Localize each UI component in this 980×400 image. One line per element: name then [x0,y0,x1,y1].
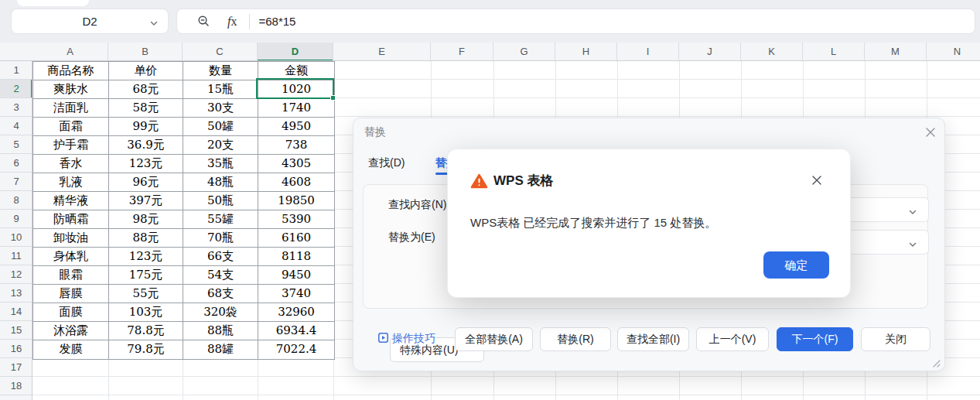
column-header-H[interactable]: H [555,43,617,61]
table-cell[interactable]: 58元 [109,99,183,118]
chevron-down-icon[interactable] [908,238,917,252]
chevron-down-icon[interactable] [908,206,917,220]
column-header-B[interactable]: B [108,43,183,61]
column-header-A[interactable]: A [32,43,108,61]
column-header-I[interactable]: I [617,43,679,61]
ok-button[interactable]: 确定 [763,251,829,279]
next-button[interactable]: 下一个(F) [777,327,853,351]
table-cell[interactable]: 32960 [258,303,334,322]
column-header-G[interactable]: G [493,43,555,61]
table-cell[interactable]: 卸妆油 [33,229,109,248]
formula-bar[interactable]: fx =68*15 [176,9,975,34]
table-cell[interactable]: 30支 [183,99,258,118]
table-cell[interactable]: 738 [258,136,334,155]
table-cell[interactable]: 68支 [183,285,258,303]
table-cell[interactable]: 96元 [109,173,183,192]
table-cell[interactable]: 88瓶 [183,322,258,340]
table-cell[interactable]: 68元 [109,80,183,99]
search-icon[interactable] [197,15,210,28]
table-cell[interactable]: 唇膜 [33,285,109,303]
table-cell[interactable]: 发膜 [33,340,109,359]
table-cell[interactable]: 48瓶 [183,173,258,192]
table-cell[interactable]: 50罐 [183,118,258,136]
table-cell[interactable]: 9450 [258,266,334,285]
column-header-J[interactable]: J [679,43,741,61]
table-cell[interactable]: 沐浴露 [33,322,109,340]
table-cell[interactable]: 66支 [183,248,258,266]
table-cell[interactable]: 6160 [258,229,334,248]
table-cell[interactable]: 123元 [109,155,183,173]
table-cell[interactable]: 55元 [109,285,183,303]
row-header-15[interactable]: 15 [0,321,32,340]
table-cell[interactable]: 15瓶 [183,80,258,99]
table-cell[interactable]: 身体乳 [33,248,109,266]
row-header-10[interactable]: 10 [0,228,32,247]
column-header-M[interactable]: M [865,43,927,61]
row-header-3[interactable]: 3 [0,98,32,117]
row-header-16[interactable]: 16 [0,340,32,358]
table-cell[interactable]: 123元 [109,248,183,266]
replace-button[interactable]: 替换(R) [540,327,611,351]
table-cell[interactable]: 50瓶 [183,192,258,210]
table-cell[interactable]: 54支 [183,266,258,285]
table-cell[interactable]: 103元 [109,303,183,322]
column-header-E[interactable]: E [333,43,431,61]
table-cell[interactable]: 商品名称 [33,62,109,80]
table-cell[interactable]: 面膜 [33,303,109,322]
table-cell[interactable]: 79.8元 [109,340,183,359]
row-header-5[interactable]: 5 [0,135,32,154]
table-cell[interactable]: 70瓶 [183,229,258,248]
row-header-17[interactable]: 17 [0,358,32,377]
table-cell[interactable]: 洁面乳 [33,99,109,118]
table-cell[interactable]: 乳液 [33,173,109,192]
table-cell[interactable]: 7022.4 [258,340,334,359]
column-header-F[interactable]: F [431,43,493,61]
find-all-button[interactable]: 查找全部(I) [617,327,689,351]
column-header-L[interactable]: L [803,43,865,61]
table-cell[interactable]: 单价 [109,62,183,80]
table-cell[interactable]: 面霜 [33,118,109,136]
table-cell[interactable]: 99元 [109,118,183,136]
name-box[interactable]: D2 [11,9,169,34]
table-cell[interactable]: 78.8元 [109,322,183,340]
table-cell[interactable]: 精华液 [33,192,109,210]
table-cell[interactable]: 5390 [258,210,334,229]
row-header-7[interactable]: 7 [0,173,32,191]
row-header-19[interactable]: 19 [0,395,32,400]
table-cell[interactable]: 19850 [258,192,334,210]
column-header-D[interactable]: D [258,43,333,61]
resize-handle[interactable] [931,357,941,371]
table-cell[interactable]: 护手霜 [33,136,109,155]
table-cell[interactable]: 320袋 [183,303,258,322]
column-header-C[interactable]: C [183,43,258,61]
row-header-4[interactable]: 4 [0,117,32,135]
row-header-18[interactable]: 18 [0,377,32,395]
tips-link[interactable]: 操作技巧 [378,332,435,346]
chevron-down-icon[interactable] [149,17,159,30]
table-cell[interactable]: 4608 [258,173,334,192]
row-header-8[interactable]: 8 [0,191,32,210]
row-header-12[interactable]: 12 [0,265,32,284]
table-cell[interactable]: 香水 [33,155,109,173]
table-cell[interactable]: 35瓶 [183,155,258,173]
table-cell[interactable]: 88元 [109,229,183,248]
table-cell[interactable]: 20支 [183,136,258,155]
table-cell[interactable]: 4950 [258,118,334,136]
table-cell[interactable]: 36.9元 [109,136,183,155]
row-header-2[interactable]: 2 [0,80,32,98]
table-cell[interactable]: 4305 [258,155,334,173]
table-cell[interactable]: 防晒霜 [33,210,109,229]
table-cell[interactable]: 55罐 [183,210,258,229]
row-header-1[interactable]: 1 [0,61,32,80]
table-cell[interactable]: 眼霜 [33,266,109,285]
table-cell[interactable]: 6934.4 [258,322,334,340]
table-cell[interactable]: 397元 [109,192,183,210]
column-header-K[interactable]: K [741,43,803,61]
close-icon[interactable] [811,174,823,186]
table-cell[interactable]: 3740 [258,285,334,303]
row-header-14[interactable]: 14 [0,303,32,321]
table-cell[interactable]: 98元 [109,210,183,229]
row-header-11[interactable]: 11 [0,247,32,265]
row-header-9[interactable]: 9 [0,210,32,228]
replace-all-button[interactable]: 全部替换(A) [455,327,533,351]
